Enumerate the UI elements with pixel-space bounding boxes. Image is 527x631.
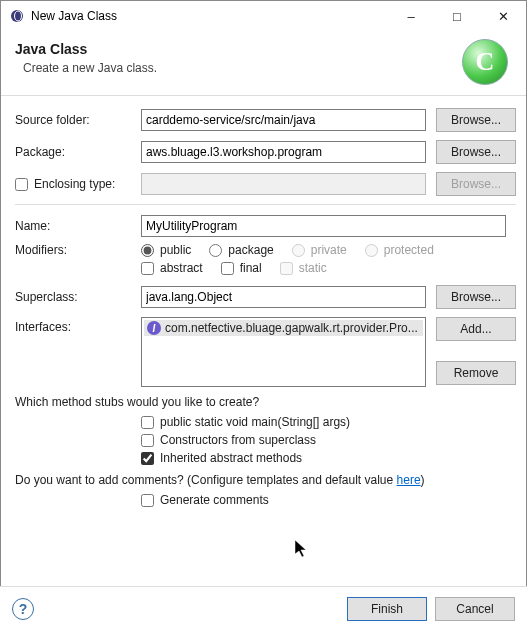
window-title: New Java Class	[31, 9, 388, 23]
stubs-question: Which method stubs would you like to cre…	[15, 395, 516, 409]
constructors-checkbox[interactable]	[141, 434, 154, 447]
interfaces-list[interactable]: I com.netfective.bluage.gapwalk.rt.provi…	[141, 317, 426, 387]
eclipse-icon	[9, 8, 25, 24]
superclass-label: Superclass:	[15, 290, 141, 304]
public-radio[interactable]	[141, 244, 154, 257]
dialog-footer: ? Finish Cancel	[0, 586, 527, 631]
browse-enclosing-button: Browse...	[436, 172, 516, 196]
add-interface-button[interactable]: Add...	[436, 317, 516, 341]
comments-question: Do you want to add comments? (Configure …	[15, 473, 516, 487]
main-checkbox[interactable]	[141, 416, 154, 429]
package-label: Package:	[15, 145, 141, 159]
modifiers-label: Modifiers:	[15, 243, 141, 257]
protected-radio	[365, 244, 378, 257]
generate-comments-checkbox[interactable]	[141, 494, 154, 507]
abstract-checkbox[interactable]	[141, 262, 154, 275]
help-button[interactable]: ?	[12, 598, 34, 620]
private-radio	[292, 244, 305, 257]
interface-item-label: com.netfective.bluage.gapwalk.rt.provide…	[165, 321, 418, 335]
header-subtitle: Create a new Java class.	[23, 61, 462, 75]
maximize-button[interactable]: □	[434, 1, 480, 31]
class-badge-icon: C	[462, 39, 508, 85]
superclass-input[interactable]	[141, 286, 426, 308]
source-folder-label: Source folder:	[15, 113, 141, 127]
source-folder-input[interactable]	[141, 109, 426, 131]
enclosing-type-label: Enclosing type:	[34, 177, 115, 191]
interfaces-label: Interfaces:	[15, 317, 141, 334]
final-checkbox[interactable]	[221, 262, 234, 275]
name-input[interactable]	[141, 215, 506, 237]
package-input[interactable]	[141, 141, 426, 163]
interface-item[interactable]: I com.netfective.bluage.gapwalk.rt.provi…	[144, 320, 423, 336]
close-button[interactable]: ✕	[480, 1, 526, 31]
browse-superclass-button[interactable]: Browse...	[436, 285, 516, 309]
name-label: Name:	[15, 219, 141, 233]
cursor-icon	[294, 539, 310, 559]
cancel-button[interactable]: Cancel	[435, 597, 515, 621]
finish-button[interactable]: Finish	[347, 597, 427, 621]
enclosing-type-checkbox[interactable]	[15, 178, 28, 191]
package-radio[interactable]	[209, 244, 222, 257]
browse-source-button[interactable]: Browse...	[436, 108, 516, 132]
static-checkbox	[280, 262, 293, 275]
inherited-checkbox[interactable]	[141, 452, 154, 465]
dialog-header: Java Class Create a new Java class. C	[1, 31, 526, 96]
remove-interface-button[interactable]: Remove	[436, 361, 516, 385]
enclosing-type-input	[141, 173, 426, 195]
header-title: Java Class	[15, 41, 462, 57]
interface-icon: I	[147, 321, 161, 335]
configure-templates-link[interactable]: here	[397, 473, 421, 487]
browse-package-button[interactable]: Browse...	[436, 140, 516, 164]
minimize-button[interactable]: –	[388, 1, 434, 31]
titlebar: New Java Class – □ ✕	[1, 1, 526, 31]
